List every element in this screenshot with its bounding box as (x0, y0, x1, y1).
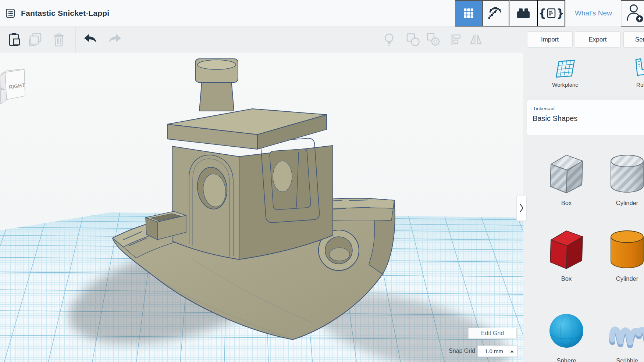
view-cube[interactable]: RIGHT T (0, 69, 26, 106)
tab-minecraft[interactable] (483, 0, 509, 26)
collapse-panel-button[interactable] (516, 195, 527, 221)
lego-brick-icon (515, 5, 531, 21)
tab-codeblocks[interactable]: { } (538, 0, 565, 26)
redo-icon (107, 31, 124, 47)
workplane-scene[interactable] (0, 53, 523, 362)
sphere-icon (547, 309, 586, 354)
snap-grid-label: Snap Grid (423, 348, 475, 354)
cylinder-orange-icon (608, 227, 644, 272)
box-red-icon (547, 227, 586, 272)
library-brand: Tinkercad (533, 106, 555, 111)
shapes-panel: Workplane Ruler Tinkercad Basic Shapes (523, 53, 644, 362)
toolbar-separator (75, 26, 76, 53)
account-button[interactable] (621, 0, 644, 26)
design-list-icon (5, 7, 15, 20)
snap-grid-value: 1.0 mm (478, 348, 510, 354)
align-button[interactable] (449, 31, 465, 47)
export-button[interactable]: Export (575, 31, 620, 48)
mirror-icon (468, 32, 484, 47)
designs-menu-button[interactable] (3, 6, 18, 21)
tinkercad-app: Fantastic Snicket-Lappi (0, 0, 644, 362)
workplane-icon (554, 57, 577, 80)
left-brace-icon: { (538, 8, 546, 19)
mirror-button[interactable] (468, 31, 484, 47)
shape-library-dropdown[interactable]: Tinkercad Basic Shapes (527, 100, 644, 135)
group-button[interactable] (405, 31, 421, 47)
lightbulb-icon (381, 32, 397, 47)
ungroup-button[interactable] (425, 31, 441, 47)
undo-icon (82, 31, 98, 47)
code-document-icon (547, 8, 556, 18)
paste-icon (6, 32, 22, 47)
copy-button[interactable] (27, 31, 43, 47)
paste-button[interactable] (6, 31, 22, 47)
right-brace-icon: } (556, 8, 564, 19)
snap-grid-select[interactable]: 1.0 mm (477, 345, 517, 357)
trash-icon (51, 31, 67, 47)
shape-tile-box-solid[interactable]: Box (541, 227, 592, 282)
ungroup-icon (426, 32, 441, 47)
tab-brick[interactable] (509, 0, 538, 26)
show-all-button[interactable] (381, 31, 397, 47)
scribble-icon (608, 309, 644, 354)
edit-grid-button[interactable]: Edit Grid (468, 328, 517, 339)
snap-grid-caret-icon (510, 350, 514, 352)
shape-tile-cylinder-solid[interactable]: Cylinder (601, 227, 644, 282)
top-bar: Fantastic Snicket-Lappi (0, 0, 644, 27)
library-title: Basic Shapes (533, 114, 577, 123)
cylinder-hole-icon (608, 151, 644, 197)
redo-button[interactable] (107, 31, 124, 47)
shape-tile-box-hole[interactable]: Box (541, 151, 592, 207)
viewport-3d: RIGHT T Edit Grid Snap Grid 1.0 mm (0, 53, 523, 362)
shape-tile-cylinder-hole[interactable]: Cylinder (601, 151, 644, 207)
user-add-icon (626, 4, 644, 23)
minecraft-pickaxe-icon (488, 6, 503, 21)
delete-button[interactable] (51, 31, 67, 47)
group-icon (405, 32, 420, 47)
tab-3d-design[interactable] (455, 0, 483, 26)
toolbar-separator (402, 26, 402, 53)
panel-separator (523, 141, 644, 141)
undo-button[interactable] (82, 31, 98, 47)
shape-tile-scribble[interactable]: Scribble (601, 309, 644, 362)
send-to-button[interactable]: Send To (623, 31, 644, 48)
box-hole-icon (547, 151, 586, 197)
shape-tile-sphere[interactable]: Sphere (541, 309, 592, 362)
copy-icon (27, 31, 43, 47)
chevron-right-icon (519, 202, 524, 214)
design-title: Fantastic Snicket-Lappi (21, 0, 109, 26)
toolbar-separator (378, 26, 378, 53)
edit-toolbar: Import Export Send To (0, 26, 644, 53)
panel-separator (523, 97, 644, 97)
toggle-ruler-button[interactable]: Ruler (622, 57, 644, 88)
import-button[interactable]: Import (527, 31, 573, 48)
toggle-workplane-button[interactable]: Workplane (544, 57, 587, 88)
toolbar-separator (446, 26, 446, 53)
ruler-icon (631, 57, 644, 80)
grid-3x3-icon (463, 7, 474, 19)
whats-new-link[interactable]: What's New (565, 0, 622, 26)
align-icon (449, 32, 465, 47)
